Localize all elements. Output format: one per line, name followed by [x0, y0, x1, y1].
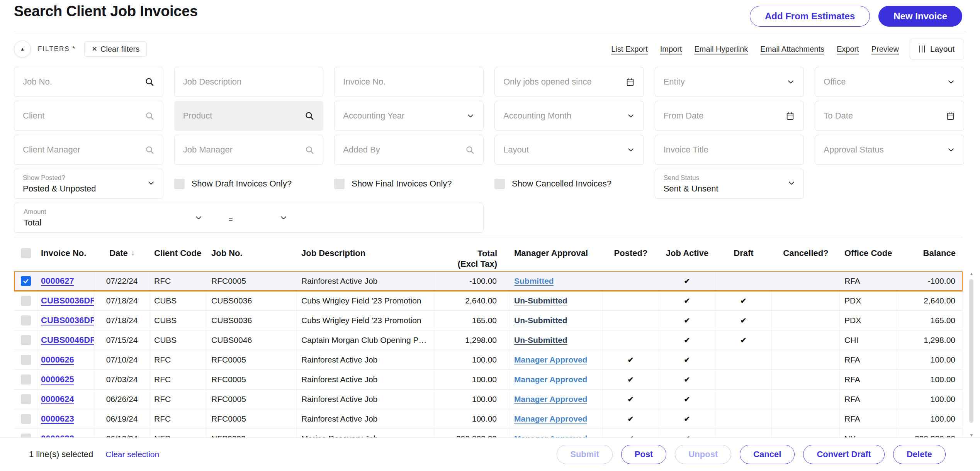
select-all-checkbox[interactable]: [21, 248, 31, 258]
only-jobs-opened-since-input[interactable]: [503, 77, 621, 87]
manager-approval-link[interactable]: Submitted: [514, 276, 554, 286]
invoice-title-input[interactable]: [664, 145, 795, 155]
invoice-link[interactable]: 0000623: [41, 414, 74, 424]
import-link[interactable]: Import: [660, 45, 682, 54]
chevron-down-icon[interactable]: [627, 112, 635, 120]
table-row[interactable]: 0000626 07/10/24 RFC RFC0005 Rainforest …: [14, 350, 963, 370]
add-from-estimates-button[interactable]: Add From Estimates: [750, 6, 870, 27]
clear-selection-link[interactable]: Clear selection: [105, 450, 159, 459]
header-job-no[interactable]: Job No.: [206, 237, 297, 271]
header-balance[interactable]: Balance: [897, 237, 963, 271]
invoice-link[interactable]: CUBS0046DR: [41, 335, 94, 345]
row-checkbox-checked[interactable]: [21, 276, 31, 286]
search-icon[interactable]: [145, 145, 155, 155]
filter-job-manager[interactable]: [174, 135, 324, 165]
search-icon[interactable]: [145, 111, 155, 121]
table-row[interactable]: 0000625 07/03/24 RFC RFC0005 Rainforest …: [14, 370, 963, 390]
header-office-code[interactable]: Office Code: [840, 237, 897, 271]
header-posted[interactable]: Posted?: [603, 237, 659, 271]
filter-client[interactable]: [14, 101, 163, 131]
table-row[interactable]: 0000624 06/26/24 RFC RFC0005 Rainforest …: [14, 390, 963, 409]
filter-office[interactable]: [815, 67, 964, 97]
filter-only-jobs-opened-since[interactable]: [494, 67, 644, 97]
layout-button[interactable]: Layout: [910, 39, 964, 59]
manager-approval-link[interactable]: Un-Submitted: [514, 296, 567, 305]
chevron-down-icon[interactable]: [786, 78, 795, 86]
filter-job-no[interactable]: [14, 67, 163, 97]
search-icon[interactable]: [465, 145, 475, 155]
manager-approval-link[interactable]: Manager Approved: [514, 395, 587, 404]
added-by-input[interactable]: [343, 145, 460, 155]
invoice-link[interactable]: 0000627: [41, 276, 74, 286]
filter-send-status[interactable]: Send Status Sent & Unsent: [655, 169, 804, 199]
cancel-button[interactable]: Cancel: [740, 445, 795, 464]
unpost-button[interactable]: Unpost: [675, 445, 731, 464]
calendar-icon[interactable]: [785, 111, 795, 121]
checkbox-unchecked[interactable]: [494, 179, 505, 189]
table-row-selected[interactable]: 0000627 07/22/24 RFC RFC0005 Rainforest …: [14, 271, 963, 291]
filter-invoice-title[interactable]: [655, 135, 804, 165]
list-export-link[interactable]: List Export: [611, 45, 647, 54]
table-scrollbar[interactable]: ▲ ▼: [967, 271, 976, 437]
filter-product[interactable]: [174, 101, 324, 131]
filter-amount[interactable]: Amount Total =: [14, 203, 484, 233]
search-icon[interactable]: [304, 111, 314, 121]
chevron-down-icon[interactable]: [466, 112, 475, 120]
new-invoice-button[interactable]: New Invoice: [878, 6, 962, 27]
approval-status-select[interactable]: [824, 145, 942, 155]
search-icon[interactable]: [144, 77, 155, 87]
convert-draft-button[interactable]: Convert Draft: [803, 445, 885, 464]
filter-approval-status[interactable]: [815, 135, 964, 165]
chevron-down-icon[interactable]: [947, 146, 955, 154]
filter-to-date[interactable]: [815, 101, 964, 131]
to-date-input[interactable]: [824, 111, 941, 121]
accounting-month-select[interactable]: [503, 111, 622, 121]
row-checkbox[interactable]: [21, 315, 31, 325]
header-job-description[interactable]: Job Description: [297, 237, 434, 271]
manager-approval-link[interactable]: Manager Approved: [514, 375, 587, 384]
filter-accounting-year[interactable]: [334, 101, 484, 131]
invoice-link[interactable]: 0000625: [41, 374, 74, 385]
header-job-active[interactable]: Job Active: [659, 237, 715, 271]
accounting-year-select[interactable]: [343, 111, 462, 121]
row-checkbox[interactable]: [21, 296, 31, 306]
from-date-input[interactable]: [664, 111, 781, 121]
filter-added-by[interactable]: [334, 135, 484, 165]
checkbox-unchecked[interactable]: [174, 179, 185, 189]
header-client-code[interactable]: Client Code: [150, 237, 206, 271]
row-checkbox[interactable]: [21, 355, 31, 365]
filter-invoice-no[interactable]: [334, 67, 484, 97]
filter-layout[interactable]: [494, 135, 644, 165]
product-input[interactable]: [183, 111, 300, 121]
job-description-input[interactable]: [183, 77, 315, 87]
chevron-down-icon[interactable]: [947, 78, 955, 86]
filter-job-description[interactable]: [174, 67, 324, 97]
calendar-icon[interactable]: [946, 111, 955, 121]
row-checkbox[interactable]: [21, 335, 31, 345]
post-button[interactable]: Post: [621, 445, 667, 464]
layout-select[interactable]: [503, 145, 622, 155]
header-date[interactable]: Date↓: [94, 237, 150, 271]
manager-approval-link[interactable]: Un-Submitted: [514, 316, 567, 325]
row-checkbox[interactable]: [21, 414, 31, 424]
chevron-down-icon[interactable]: [194, 213, 203, 222]
header-draft[interactable]: Draft: [715, 237, 772, 271]
chevron-down-icon[interactable]: [787, 179, 796, 189]
table-row[interactable]: CUBS0036DR 07/18/24 CUBS CUBS0036 Cubs W…: [14, 311, 963, 330]
row-checkbox[interactable]: [21, 374, 31, 385]
scrollbar-thumb[interactable]: [969, 279, 973, 423]
clear-filters-button[interactable]: ✕ Clear filters: [84, 41, 147, 57]
row-checkbox[interactable]: [21, 394, 31, 404]
calendar-icon[interactable]: [625, 77, 635, 87]
office-select[interactable]: [824, 77, 942, 87]
header-cancelled[interactable]: Cancelled?: [772, 237, 840, 271]
collapse-filters-button[interactable]: ▲: [14, 41, 31, 58]
delete-button[interactable]: Delete: [893, 445, 946, 464]
sort-descending-icon[interactable]: ↓: [131, 248, 135, 257]
scroll-up-icon[interactable]: ▲: [967, 271, 976, 276]
invoice-link[interactable]: CUBS0036DR: [41, 315, 94, 325]
invoice-no-input[interactable]: [343, 77, 475, 87]
checkbox-unchecked[interactable]: [334, 179, 345, 189]
filter-entity[interactable]: [655, 67, 804, 97]
filter-client-manager[interactable]: [14, 135, 163, 165]
